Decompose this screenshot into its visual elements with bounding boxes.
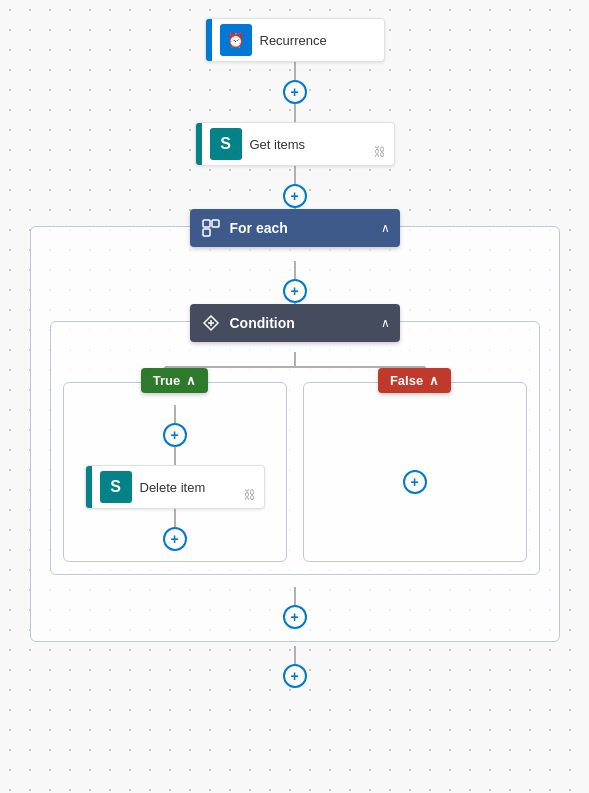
branch-connector-svg: [65, 352, 525, 382]
add-button-true[interactable]: +: [163, 423, 187, 447]
foreach-label: For each: [230, 220, 288, 236]
condition-container: Condition ∧: [50, 321, 540, 575]
true-branch: True ∧ + S Delete item: [63, 382, 287, 562]
true-chevron: ∧: [186, 373, 196, 388]
false-branch-content: +: [403, 393, 427, 551]
foreach-icon: [200, 217, 222, 239]
false-chevron: ∧: [429, 373, 439, 388]
foreach-container: For each ∧ + Condit: [30, 226, 560, 642]
recurrence-icon-wrapper: ⏰: [220, 24, 252, 56]
delete-icon: S: [110, 478, 121, 496]
false-branch: False ∧ +: [303, 382, 527, 562]
add-button-1[interactable]: +: [283, 80, 307, 104]
foreach-inner-line-1: [294, 261, 296, 279]
delete-strip: [86, 466, 92, 508]
recurrence-strip: [206, 19, 212, 61]
foreach-bottom-line-1: [294, 587, 296, 605]
svg-rect-2: [203, 229, 210, 236]
delete-icon-wrapper: S: [100, 471, 132, 503]
recurrence-section: ⏰ Recurrence +: [205, 18, 385, 122]
add-button-true-2[interactable]: +: [163, 527, 187, 551]
condition-chevron: ∧: [381, 316, 390, 330]
true-inner-line-1: [174, 405, 176, 423]
true-inner-line-2: [174, 447, 176, 465]
delete-link-icon: ⛓: [244, 488, 256, 502]
condition-branches-wrapper: True ∧ + S Delete item: [51, 352, 539, 562]
get-items-label: Get items: [250, 137, 384, 152]
connector-line-2: [294, 104, 296, 122]
get-items-card[interactable]: S Get items ⛓: [195, 122, 395, 166]
condition-header-left: Condition: [200, 312, 295, 334]
condition-header[interactable]: Condition ∧: [190, 304, 400, 342]
true-branch-header[interactable]: True ∧: [141, 368, 208, 393]
connector-line-3: [294, 166, 296, 184]
delete-label: Delete item: [140, 480, 254, 495]
condition-icon: [200, 312, 222, 334]
get-items-icon: S: [220, 135, 231, 153]
bottom-line-1: [294, 646, 296, 664]
svg-rect-0: [203, 220, 210, 227]
recurrence-card[interactable]: ⏰ Recurrence: [205, 18, 385, 62]
flow-canvas: ⏰ Recurrence + S Get items ⛓ +: [0, 0, 589, 793]
svg-rect-1: [212, 220, 219, 227]
branches-row: True ∧ + S Delete item: [51, 382, 539, 562]
false-label: False: [390, 373, 423, 388]
true-label: True: [153, 373, 180, 388]
add-button-false[interactable]: +: [403, 470, 427, 494]
get-items-strip: [196, 123, 202, 165]
foreach-header-left: For each: [200, 217, 288, 239]
add-button-bottom[interactable]: +: [283, 664, 307, 688]
recurrence-icon: ⏰: [227, 32, 244, 48]
foreach-header[interactable]: For each ∧: [190, 209, 400, 247]
delete-item-card[interactable]: S Delete item ⛓: [85, 465, 265, 509]
add-button-foreach-bottom[interactable]: +: [283, 605, 307, 629]
connector-line-1: [294, 62, 296, 80]
true-inner-line-3: [174, 509, 176, 527]
add-button-2[interactable]: +: [283, 184, 307, 208]
get-items-link-icon: ⛓: [374, 145, 386, 159]
foreach-chevron: ∧: [381, 221, 390, 235]
condition-label: Condition: [230, 315, 295, 331]
get-items-icon-wrapper: S: [210, 128, 242, 160]
add-button-3[interactable]: +: [283, 279, 307, 303]
false-branch-header[interactable]: False ∧: [378, 368, 451, 393]
recurrence-label: Recurrence: [260, 33, 374, 48]
